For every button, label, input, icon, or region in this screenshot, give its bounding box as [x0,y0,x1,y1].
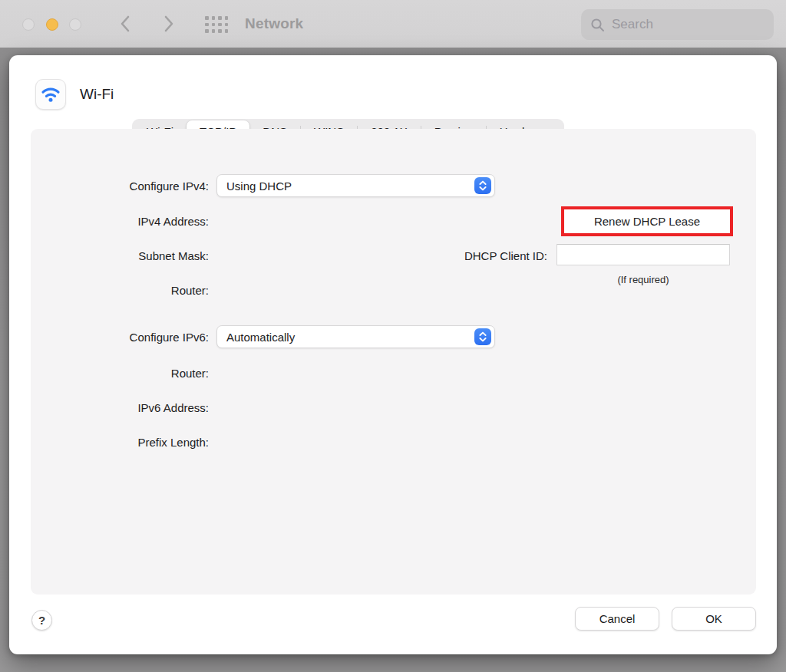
configure-ipv6-value: Automatically [226,331,295,344]
close-button[interactable] [22,18,35,31]
ipv4-router-label: Router: [55,284,209,297]
show-all-grid-icon[interactable] [205,16,229,33]
chevron-right-icon [164,15,174,32]
configure-ipv6-label: Configure IPv6: [55,331,209,344]
search-icon [590,18,605,32]
dhcp-client-id-label: DHCP Client ID: [393,249,547,262]
ok-button[interactable]: OK [672,607,756,631]
minimize-button[interactable] [46,18,58,31]
dhcp-client-id-input[interactable] [556,244,730,265]
help-button[interactable]: ? [31,610,52,631]
window-titlebar: Network [0,0,786,48]
configure-ipv4-popup[interactable]: Using DHCP [216,174,495,197]
configure-ipv4-label: Configure IPv4: [55,180,209,193]
zoom-button[interactable] [69,18,81,31]
search-field[interactable] [581,9,774,40]
chevron-up-down-icon [474,177,491,194]
chevron-left-icon [120,15,130,32]
search-input[interactable] [612,17,781,32]
renew-dhcp-lease-button[interactable]: Renew DHCP Lease [564,209,730,233]
wifi-settings-sheet: Wi-Fi Wi-Fi TCP/IP DNS WINS 802.1X Proxi… [9,55,777,654]
chevron-up-down-icon [474,328,491,345]
ipv6-router-label: Router: [55,367,209,380]
ipv4-address-label: IPv4 Address: [55,215,209,228]
wifi-icon [35,79,66,110]
forward-button[interactable] [160,14,178,34]
window-title: Network [245,0,303,48]
prefix-length-label: Prefix Length: [55,436,209,449]
ipv6-address-label: IPv6 Address: [55,401,209,414]
cancel-button[interactable]: Cancel [575,607,659,631]
configure-ipv6-popup[interactable]: Automatically [216,325,495,348]
dhcp-client-id-hint: (If required) [556,274,730,285]
subnet-mask-label: Subnet Mask: [55,249,209,262]
configure-ipv4-value: Using DHCP [226,180,292,193]
annotation-highlight-red-box: Renew DHCP Lease [561,206,733,236]
service-title: Wi-Fi [80,86,114,103]
tcpip-panel [31,129,756,595]
back-button[interactable] [115,14,134,34]
